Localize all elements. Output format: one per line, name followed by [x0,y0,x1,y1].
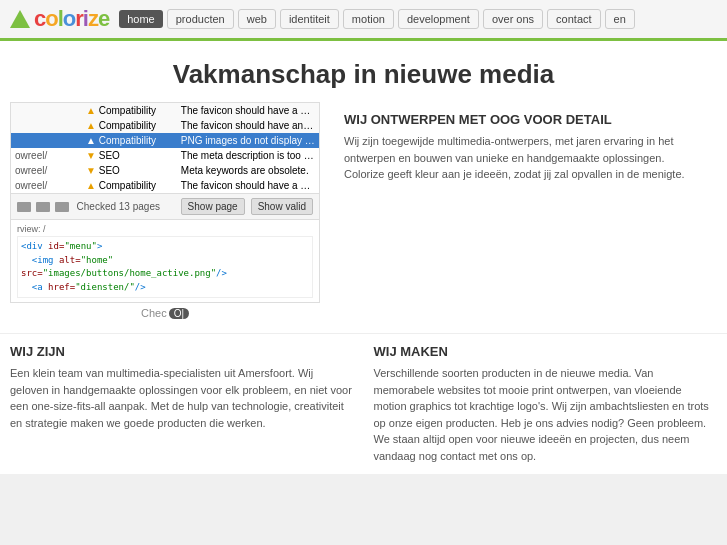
table-cell-url [11,133,82,148]
table-row[interactable]: ▲ Compatibility The favicon should have … [11,103,319,118]
logo: colorize [10,6,109,32]
nav-contact-button[interactable]: contact [547,9,600,29]
bottom-right-heading: WIJ MAKEN [374,344,718,359]
checker-icon-group [17,201,71,212]
bottom-section: WIJ ZIJN Een klein team van multimedia-s… [0,333,727,474]
table-row[interactable]: owreel/ ▲ Compatibility The favicon shou… [11,178,319,193]
table-cell-type: ▲ Compatibility [82,133,177,148]
code-line-1: <div id="menu"> [21,240,309,254]
nav-development-button[interactable]: development [398,9,479,29]
checker-bottom-bar: Checked 13 pages Show page Show valid [11,193,319,219]
table-cell-msg: The meta description is too long [177,148,319,163]
nav-identiteit-button[interactable]: identiteit [280,9,339,29]
main-content: Vakmanschap in nieuwe media ▲ Compatibil… [0,41,727,474]
table-cell-type: ▲ Compatibility [82,103,177,118]
table-cell-msg: Meta keywords are obsolete. [177,163,319,178]
table-cell-type: ▼ SEO [82,148,177,163]
nav-home-button[interactable]: home [119,10,163,28]
code-block: <div id="menu"> <img alt="home" src="ima… [17,236,313,298]
table-cell-msg: The favicon should have a MIME [177,178,319,193]
checker-brand-row: ChecO| [10,303,320,323]
nav-lang-button[interactable]: en [605,9,635,29]
top-navigation: colorize home producten web identiteit m… [0,0,727,41]
error-icon: ▲ [86,135,96,146]
logo-triangle-icon [10,10,30,28]
table-row[interactable]: owreel/ ▼ SEO The meta description is to… [11,148,319,163]
right-panel: WIJ ONTWERPEN MET OOG VOOR DETAIL Wij zi… [330,102,717,323]
table-row[interactable]: ▲ Compatibility The favicon should have … [11,118,319,133]
code-panel: rview: / <div id="menu"> <img alt="home"… [11,219,319,302]
icon-export [55,202,69,212]
table-cell-url: owreel/ [11,148,82,163]
icon-sort [36,202,50,212]
table-cell-url: owreel/ [11,178,82,193]
icon-list [17,202,31,212]
code-line-3: <a href="diensten/"/> [21,281,309,295]
screenshot-section: ▲ Compatibility The favicon should have … [0,102,727,333]
right-panel-heading: WIJ ONTWERPEN MET OOG VOOR DETAIL [344,112,703,127]
warning-icon: ▲ [86,105,96,116]
bottom-left-body: Een klein team van multimedia-specialist… [10,365,354,431]
checker-wrapper: ▲ Compatibility The favicon should have … [10,102,320,323]
bottom-right-panel: WIJ MAKEN Verschillende soorten producte… [374,344,718,464]
checked-pages-label: Checked 13 pages [77,201,175,212]
right-panel-body: Wij zijn toegewijde multimedia-ontwerper… [344,133,703,183]
nav-web-button[interactable]: web [238,9,276,29]
hero-heading: Vakmanschap in nieuwe media [20,59,707,90]
table-row[interactable]: owreel/ ▼ SEO Meta keywords are obsolete… [11,163,319,178]
table-cell-msg: The favicon should have an abs [177,118,319,133]
table-row-selected[interactable]: ▲ Compatibility PNG images do not displa… [11,133,319,148]
table-cell-type: ▲ Compatibility [82,178,177,193]
show-valid-button[interactable]: Show valid [251,198,313,215]
checker-toggle: O| [169,308,189,319]
warning-icon: ▲ [86,180,96,191]
table-cell-type: ▲ Compatibility [82,118,177,133]
hero-section: Vakmanschap in nieuwe media [0,41,727,102]
logo-text: colorize [34,6,109,32]
checker-brand-logo: ChecO| [141,307,189,319]
bottom-right-body: Verschillende soorten producten in de ni… [374,365,718,464]
table-cell-type: ▼ SEO [82,163,177,178]
table-cell-url: owreel/ [11,163,82,178]
table-cell-msg: PNG images do not display corr [177,133,319,148]
table-cell-url [11,118,82,133]
code-line-2: <img alt="home" src="images/buttons/home… [21,254,309,281]
nav-motion-button[interactable]: motion [343,9,394,29]
table-cell-msg: The favicon should have a mime... [177,103,319,118]
code-label: rview: / [17,224,313,234]
bottom-left-panel: WIJ ZIJN Een klein team van multimedia-s… [10,344,354,464]
nav-overons-button[interactable]: over ons [483,9,543,29]
warning-icon: ▲ [86,120,96,131]
warning-icon: ▼ [86,165,96,176]
checker-panel: ▲ Compatibility The favicon should have … [10,102,320,303]
show-page-button[interactable]: Show page [181,198,245,215]
warning-icon: ▼ [86,150,96,161]
nav-producten-button[interactable]: producten [167,9,234,29]
bottom-left-heading: WIJ ZIJN [10,344,354,359]
checker-table: ▲ Compatibility The favicon should have … [11,103,319,193]
checker-brand-text: Chec [141,307,167,319]
table-cell-url [11,103,82,118]
